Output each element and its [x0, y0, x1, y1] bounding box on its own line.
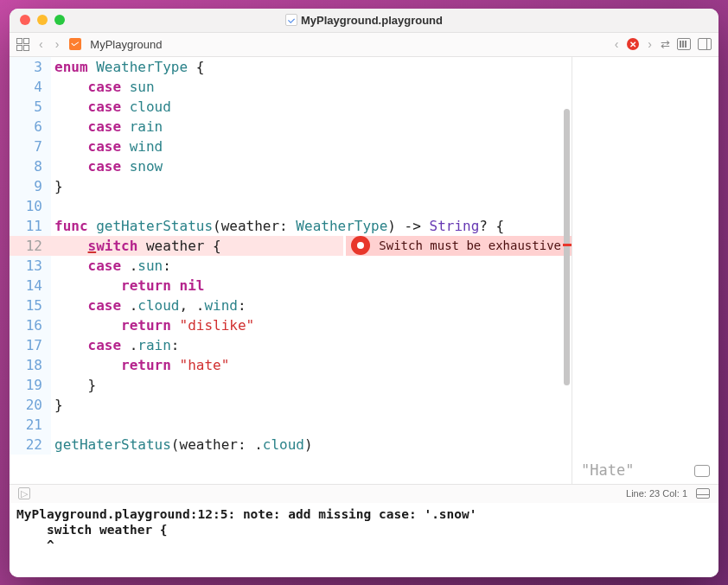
jump-bar-left: ‹ › MyPlayground — [16, 37, 162, 51]
traffic-lights — [20, 15, 65, 25]
line-number[interactable]: 16 — [10, 315, 51, 335]
code-content[interactable]: switch weather {Switch must be exhaustiv… — [51, 236, 572, 256]
code-content[interactable] — [51, 415, 572, 435]
code-line[interactable]: 15 case .cloud, .wind: — [10, 296, 572, 315]
line-number[interactable]: 22 — [10, 435, 51, 455]
xcode-window: MyPlayground.playground ‹ › MyPlayground… — [10, 9, 718, 577]
line-number[interactable]: 15 — [10, 296, 51, 315]
related-items-icon[interactable] — [16, 38, 29, 50]
nav-forward-button[interactable]: › — [54, 37, 61, 51]
code-editor[interactable]: 3enum WeatherType {4 case sun5 case clou… — [10, 57, 572, 484]
issue-next-button[interactable]: › — [646, 37, 654, 51]
line-number[interactable]: 7 — [10, 137, 51, 156]
line-number[interactable]: 18 — [10, 355, 51, 375]
code-line[interactable]: 18 return "hate" — [10, 355, 572, 375]
code-line[interactable]: 9} — [10, 176, 572, 196]
line-number[interactable]: 4 — [10, 77, 51, 97]
code-line[interactable]: 3enum WeatherType { — [10, 57, 572, 77]
code-line[interactable]: 19 } — [10, 375, 572, 395]
code-line[interactable]: 17 case .rain: — [10, 335, 572, 355]
jump-bar: ‹ › MyPlayground ‹ ✕ › ⇄ — [10, 33, 718, 57]
code-content[interactable]: case .sun: — [51, 256, 572, 276]
code-line[interactable]: 20} — [10, 395, 572, 415]
code-line[interactable]: 22getHaterStatus(weather: .cloud) — [10, 435, 572, 455]
line-number[interactable]: 3 — [10, 57, 51, 77]
debug-bar-right: Line: 23 Col: 1 — [626, 488, 710, 499]
line-number[interactable]: 8 — [10, 156, 51, 176]
line-number[interactable]: 9 — [10, 176, 51, 196]
code-content[interactable]: case sun — [51, 77, 572, 97]
code-content[interactable]: return "dislike" — [51, 315, 572, 335]
minimize-button[interactable] — [37, 15, 48, 25]
code-line[interactable]: 6 case rain — [10, 117, 572, 137]
close-button[interactable] — [20, 15, 30, 25]
line-number[interactable]: 5 — [10, 97, 51, 117]
code-line[interactable]: 4 case sun — [10, 77, 572, 97]
code-line[interactable]: 10 — [10, 196, 572, 216]
code-content[interactable]: } — [51, 176, 572, 196]
code-content[interactable]: getHaterStatus(weather: .cloud) — [51, 435, 572, 455]
code-line[interactable]: 16 return "dislike" — [10, 315, 572, 335]
inline-error-banner[interactable]: Switch must be exhaustive — [343, 236, 572, 256]
jump-bar-right: ‹ ✕ › ⇄ — [613, 37, 712, 51]
code-content[interactable] — [51, 196, 572, 216]
zoom-button[interactable] — [54, 15, 65, 25]
code-line[interactable]: 21 — [10, 415, 572, 435]
code-content[interactable]: case snow — [51, 156, 572, 176]
result-preview-text: "Hate" — [581, 461, 634, 479]
add-editor-icon[interactable] — [698, 38, 712, 50]
code-content[interactable]: case cloud — [51, 97, 572, 117]
line-number[interactable]: 12 — [10, 236, 51, 256]
line-number[interactable]: 17 — [10, 335, 51, 355]
debug-bar: ▷ Line: 23 Col: 1 — [10, 484, 718, 503]
line-number[interactable]: 14 — [10, 276, 51, 296]
playground-doc-icon — [285, 14, 297, 26]
code-content[interactable]: case .cloud, .wind: — [51, 296, 572, 315]
code-line[interactable]: 14 return nil — [10, 276, 572, 296]
code-content[interactable]: func getHaterStatus(weather: WeatherType… — [51, 216, 572, 236]
code-content[interactable]: return "hate" — [51, 355, 572, 375]
code-line[interactable]: 12 switch weather {Switch must be exhaus… — [10, 236, 572, 256]
cursor-position: Line: 23 Col: 1 — [626, 488, 687, 499]
line-number[interactable]: 19 — [10, 375, 51, 395]
line-number[interactable]: 6 — [10, 117, 51, 137]
code-content[interactable]: enum WeatherType { — [51, 57, 572, 77]
inline-error-text: Switch must be exhaustive — [379, 236, 561, 256]
editor-area: 3enum WeatherType {4 case sun5 case clou… — [10, 57, 718, 484]
code-line[interactable]: 5 case cloud — [10, 97, 572, 117]
titlebar[interactable]: MyPlayground.playground — [10, 9, 718, 33]
code-content[interactable]: return nil — [51, 276, 572, 296]
line-number[interactable]: 10 — [10, 196, 51, 216]
code-line[interactable]: 11func getHaterStatus(weather: WeatherTy… — [10, 216, 572, 236]
results-sidebar: "Hate" — [572, 57, 718, 484]
jump-bar-path[interactable]: MyPlayground — [90, 38, 162, 51]
code-content[interactable]: case wind — [51, 137, 572, 156]
code-content[interactable]: case rain — [51, 117, 572, 137]
refresh-icon[interactable]: ⇄ — [661, 38, 670, 51]
quicklook-icon[interactable] — [694, 465, 710, 477]
error-badge-icon[interactable]: ✕ — [627, 38, 639, 50]
code-content[interactable]: } — [51, 375, 572, 395]
code-line[interactable]: 7 case wind — [10, 137, 572, 156]
code-content[interactable]: case .rain: — [51, 335, 572, 355]
window-title: MyPlayground.playground — [10, 14, 718, 27]
error-dot-icon — [351, 236, 370, 255]
issue-prev-button[interactable]: ‹ — [613, 37, 621, 51]
line-number[interactable]: 21 — [10, 415, 51, 435]
window-title-text: MyPlayground.playground — [301, 14, 443, 27]
code-content[interactable]: } — [51, 395, 572, 415]
line-number[interactable]: 13 — [10, 256, 51, 276]
line-number[interactable]: 20 — [10, 395, 51, 415]
line-number[interactable]: 11 — [10, 216, 51, 236]
toggle-debug-area-icon[interactable] — [696, 488, 710, 499]
console-output[interactable]: MyPlayground.playground:12:5: note: add … — [10, 503, 718, 577]
swift-file-icon — [69, 38, 81, 50]
code-line[interactable]: 8 case snow — [10, 156, 572, 176]
adjust-editor-icon[interactable] — [677, 38, 691, 50]
vertical-scrollbar[interactable] — [564, 109, 570, 385]
nav-back-button[interactable]: ‹ — [37, 37, 45, 51]
run-button[interactable]: ▷ — [18, 487, 30, 499]
minimap-error-marker[interactable] — [563, 244, 572, 246]
code-line[interactable]: 13 case .sun: — [10, 256, 572, 276]
